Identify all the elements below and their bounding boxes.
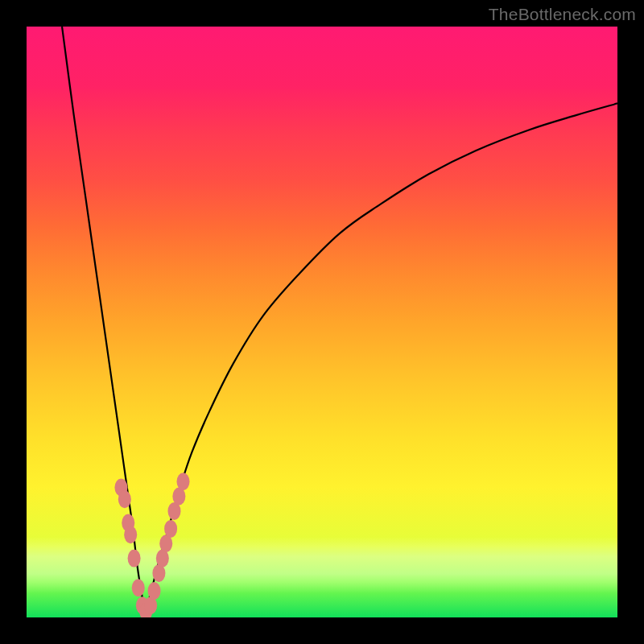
data-marker bbox=[148, 582, 161, 600]
data-marker bbox=[164, 520, 177, 538]
plot-area bbox=[27, 27, 617, 617]
data-marker bbox=[118, 490, 131, 508]
chart-frame: TheBottleneck.com bbox=[0, 0, 644, 644]
chart-svg bbox=[27, 27, 617, 617]
watermark-text: TheBottleneck.com bbox=[489, 5, 636, 24]
marker-group bbox=[114, 473, 189, 617]
curve-right bbox=[145, 103, 617, 611]
data-marker bbox=[124, 526, 137, 543]
data-marker bbox=[177, 473, 190, 490]
data-marker bbox=[132, 579, 145, 597]
data-marker bbox=[128, 550, 141, 568]
